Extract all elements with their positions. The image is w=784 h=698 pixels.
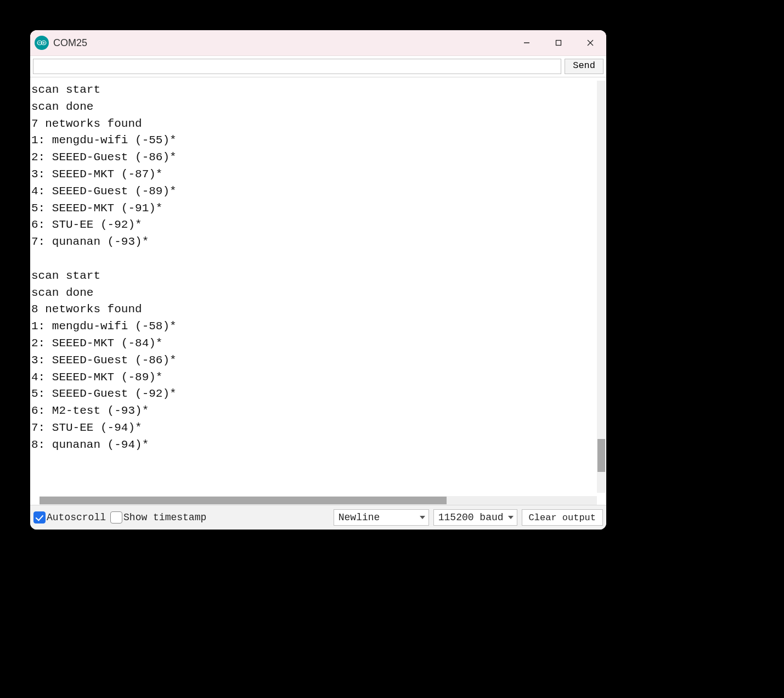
send-bar: Send bbox=[30, 56, 606, 77]
horizontal-scrollbar-thumb[interactable] bbox=[40, 497, 447, 504]
baud-rate-select[interactable]: 115200 baud bbox=[433, 509, 517, 526]
vertical-scrollbar-thumb[interactable] bbox=[597, 439, 605, 472]
autoscroll-label: Autoscroll bbox=[47, 512, 106, 523]
footer-bar: Autoscroll Show timestamp Newline 115200… bbox=[30, 505, 606, 530]
checkbox-icon bbox=[110, 511, 122, 524]
window-title: COM25 bbox=[53, 37, 87, 49]
horizontal-scrollbar[interactable] bbox=[40, 496, 597, 505]
autoscroll-checkbox[interactable]: Autoscroll bbox=[33, 511, 106, 524]
chevron-down-icon bbox=[508, 516, 514, 519]
show-timestamp-label: Show timestamp bbox=[123, 512, 206, 523]
close-button[interactable] bbox=[574, 30, 606, 55]
console-output[interactable]: scan start scan done 7 networks found 1:… bbox=[30, 77, 597, 496]
console-area: scan start scan done 7 networks found 1:… bbox=[30, 77, 606, 496]
arduino-icon bbox=[35, 36, 49, 50]
titlebar[interactable]: COM25 bbox=[30, 30, 606, 56]
clear-output-button[interactable]: Clear output bbox=[522, 509, 603, 526]
maximize-button[interactable] bbox=[543, 30, 574, 55]
send-button[interactable]: Send bbox=[565, 59, 603, 74]
checkbox-icon bbox=[33, 511, 46, 524]
chevron-down-icon bbox=[420, 516, 425, 519]
show-timestamp-checkbox[interactable]: Show timestamp bbox=[110, 511, 206, 524]
minimize-button[interactable] bbox=[511, 30, 543, 55]
line-ending-select[interactable]: Newline bbox=[334, 509, 429, 526]
serial-input[interactable] bbox=[33, 59, 561, 74]
line-ending-value: Newline bbox=[339, 512, 380, 523]
vertical-scrollbar[interactable] bbox=[597, 81, 606, 493]
svg-rect-6 bbox=[556, 41, 561, 46]
serial-monitor-window: COM25 Send scan start scan done 7 networ… bbox=[30, 30, 606, 530]
baud-rate-value: 115200 baud bbox=[438, 512, 504, 523]
